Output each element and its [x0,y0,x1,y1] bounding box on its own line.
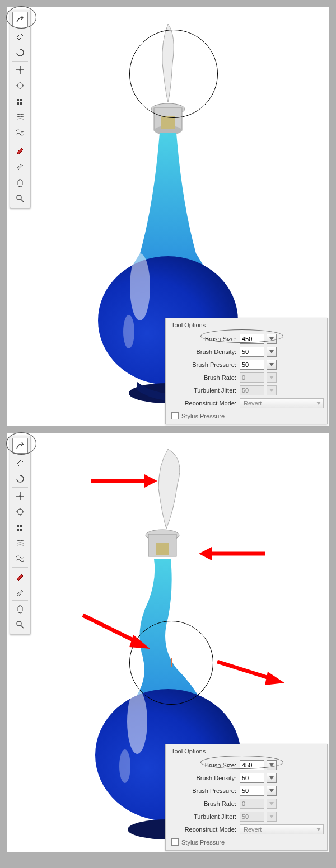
push-left-tool[interactable] [12,93,28,109]
push-left-tool[interactable] [12,520,28,535]
brush-rate-label: Brush Rate: [169,374,237,381]
svg-point-8 [19,69,21,71]
brush-pressure-label: Brush Pressure: [169,361,237,368]
brush-size-dropdown[interactable] [267,760,277,770]
brush-size-dropdown[interactable] [267,334,277,344]
pucker-tool[interactable] [12,488,28,504]
mirror-tool[interactable] [12,109,28,125]
turbulence-tool[interactable] [12,551,28,567]
thaw-mask-tool[interactable] [12,158,28,173]
divider [12,61,28,62]
svg-rect-26 [20,525,22,527]
brush-rate-dropdown [267,799,277,809]
liquify-canvas-2: Tool Options Brush Size: Brush Density: … [7,433,329,852]
svg-point-23 [19,495,21,497]
brush-density-dropdown[interactable] [267,347,277,357]
freeze-mask-tool[interactable] [12,142,28,158]
divider [12,470,28,470]
svg-rect-27 [17,529,19,531]
reconstruct-mode-select: Revert [240,398,324,408]
hand-tool[interactable] [12,175,28,191]
svg-point-20 [127,689,147,754]
turbulent-jitter-input [240,385,264,395]
tool-options-panel: Tool Options Brush Size: Brush Density: … [165,744,328,851]
reconstruct-mode-label: Reconstruct Mode: [169,826,237,833]
svg-point-24 [17,509,23,515]
brush-rate-input [240,372,264,383]
brush-pressure-input[interactable] [240,786,264,796]
turbulent-jitter-dropdown [267,812,277,822]
forward-warp-tool[interactable] [12,438,28,454]
reconstruct-tool[interactable] [12,27,28,43]
svg-rect-10 [17,99,19,101]
liquify-toolbar [10,436,31,635]
svg-point-21 [119,749,130,783]
brush-rate-input [240,799,264,809]
brush-pressure-label: Brush Pressure: [169,787,237,794]
zoom-tool[interactable] [12,191,28,206]
divider [12,44,28,44]
liquify-toolbar [10,10,31,209]
divider [12,174,28,174]
svg-point-9 [17,83,23,88]
liquify-canvas-1: Tool Options Brush Size: Brush Density: … [7,7,329,426]
divider [12,567,28,568]
divider [12,141,28,141]
reconstruct-tool[interactable] [12,454,28,469]
brush-size-label: Brush Size: [169,762,237,768]
forward-warp-tool[interactable] [12,12,28,27]
freeze-mask-tool[interactable] [12,568,28,584]
reconstruct-mode-label: Reconstruct Mode: [169,400,237,407]
turbulent-jitter-input [240,812,264,822]
panel-title: Tool Options [169,747,324,758]
brush-density-input[interactable] [240,773,264,783]
svg-point-6 [123,315,134,348]
brush-size-label: Brush Size: [169,336,237,342]
svg-rect-11 [20,99,22,101]
thaw-mask-tool[interactable] [12,584,28,600]
reconstruct-mode-select: Revert [240,824,324,834]
brush-rate-dropdown [267,372,277,383]
brush-pressure-dropdown[interactable] [267,360,277,370]
hand-tool[interactable] [12,601,28,617]
brush-pressure-input[interactable] [240,360,264,370]
zoom-tool[interactable] [12,617,28,633]
twirl-cw-tool[interactable] [12,45,28,60]
stylus-pressure-label: Stylus Pressure [181,413,225,419]
svg-rect-3 [161,116,175,129]
pucker-tool[interactable] [12,62,28,78]
turbulent-jitter-dropdown [267,385,277,395]
brush-density-label: Brush Density: [169,348,237,355]
svg-point-29 [17,621,21,626]
turbulent-jitter-label: Turbulent Jitter: [169,387,237,394]
brush-density-dropdown[interactable] [267,773,277,783]
svg-rect-12 [17,102,19,105]
bloat-tool[interactable] [12,504,28,520]
stylus-pressure-checkbox[interactable] [171,412,179,419]
reconstruct-mode-value: Revert [244,400,262,407]
panel-title: Tool Options [169,320,324,332]
svg-rect-13 [20,102,22,105]
brush-density-input[interactable] [240,347,264,357]
svg-rect-28 [20,529,22,531]
brush-pressure-dropdown[interactable] [267,786,277,796]
turbulence-tool[interactable] [12,125,28,140]
divider [12,600,28,601]
mirror-tool[interactable] [12,535,28,551]
svg-line-30 [21,625,24,628]
turbulent-jitter-label: Turbulent Jitter: [169,813,237,820]
brush-rate-label: Brush Rate: [169,800,237,807]
svg-point-5 [130,253,150,320]
brush-size-input[interactable] [240,334,264,344]
svg-line-15 [21,199,24,202]
stylus-pressure-checkbox[interactable] [171,838,179,846]
brush-density-label: Brush Density: [169,775,237,781]
twirl-cw-tool[interactable] [12,471,28,487]
reconstruct-mode-value: Revert [244,826,262,833]
tool-options-panel: Tool Options Brush Size: Brush Density: … [165,318,328,424]
svg-rect-25 [17,525,19,527]
brush-size-input[interactable] [240,760,264,770]
bloat-tool[interactable] [12,78,28,93]
divider [12,487,28,488]
svg-rect-18 [156,542,169,555]
